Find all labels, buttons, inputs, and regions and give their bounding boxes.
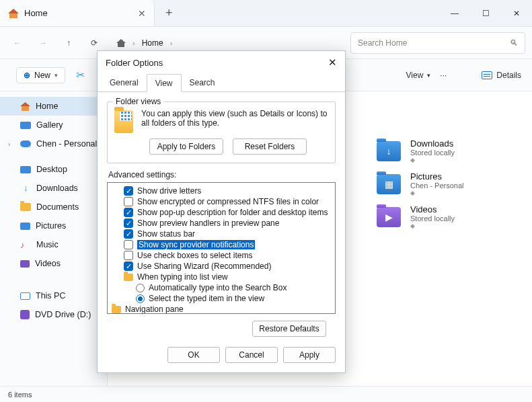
tab-title: Home <box>24 8 132 18</box>
search-input[interactable]: Search Home 🔍︎ <box>350 32 525 54</box>
minimize-button[interactable]: — <box>439 0 470 26</box>
checkbox-icon[interactable]: ✓ <box>124 186 133 196</box>
view-dropdown[interactable]: View▾ <box>406 71 431 80</box>
tab-close-button[interactable]: ✕ <box>138 8 146 19</box>
sidebar-item-downloads[interactable]: ↓Downloads <box>0 179 107 198</box>
advanced-settings-tree[interactable]: ✓Show drive letters Show encrypted or co… <box>107 182 336 314</box>
window-close-button[interactable]: ✕ <box>501 0 532 26</box>
sidebar-item-pictures[interactable]: Pictures <box>0 216 107 235</box>
details-icon <box>482 71 492 79</box>
dialog-tabs: General View Search <box>98 74 345 92</box>
sidebar-item-gallery[interactable]: Gallery <box>0 116 107 134</box>
pictures-icon <box>20 223 30 230</box>
checkbox-icon[interactable] <box>124 240 133 249</box>
breadcrumb-item[interactable]: Home <box>142 38 163 48</box>
tab-search[interactable]: Search <box>182 74 223 91</box>
option-popup-desc[interactable]: ✓Show pop-up description for folder and … <box>112 207 331 218</box>
back-button[interactable]: ← <box>7 32 28 54</box>
checkbox-icon[interactable]: ✓ <box>124 229 133 239</box>
option-sync-notifications[interactable]: Show sync provider notifications <box>112 239 331 250</box>
folder-views-icon <box>114 110 133 133</box>
option-ntfs-color[interactable]: Show encrypted or compressed NTFS files … <box>112 196 331 207</box>
details-toggle[interactable]: Details <box>482 71 521 80</box>
chevron-down-icon: ▾ <box>427 72 430 79</box>
folder-views-group: Folder views You can apply this view (su… <box>107 102 336 163</box>
gallery-icon <box>20 122 31 129</box>
chevron-icon: › <box>132 39 135 47</box>
pc-icon <box>20 292 30 300</box>
home-icon <box>8 9 19 18</box>
item-count: 6 items <box>8 391 32 399</box>
statusbar: 6 items <box>0 386 532 402</box>
option-drive-letters[interactable]: ✓Show drive letters <box>112 186 331 196</box>
folder-options-dialog: Folder Options ✕ General View Search Fol… <box>97 50 346 373</box>
ok-button[interactable]: OK <box>167 347 220 363</box>
home-icon <box>116 39 126 47</box>
sidebar-item-videos[interactable]: Videos <box>0 254 107 273</box>
sidebar-item-home[interactable]: Home <box>0 97 107 116</box>
folder-icon <box>124 274 133 281</box>
sidebar-item-dvd[interactable]: DVD Drive (D:) <box>0 305 107 324</box>
option-checkboxes[interactable]: Use check boxes to select items <box>112 250 331 261</box>
cloud-icon <box>20 140 31 147</box>
browser-tab[interactable]: Home ✕ <box>0 0 155 26</box>
pin-icon: ◆ <box>410 223 455 229</box>
sidebar-item-personal[interactable]: ›Chen - Personal <box>0 134 107 153</box>
option-status-bar[interactable]: ✓Show status bar <box>112 229 331 239</box>
titlebar: Home ✕ + — ☐ ✕ <box>0 0 532 27</box>
sidebar: Home Gallery ›Chen - Personal Desktop ↓D… <box>0 91 108 386</box>
checkbox-icon[interactable] <box>124 251 133 260</box>
desktop-icon <box>20 166 31 173</box>
option-preview-handlers[interactable]: ✓Show preview handlers in preview pane <box>112 218 331 229</box>
option-sharing-wizard[interactable]: ✓Use Sharing Wizard (Recommended) <box>112 261 331 272</box>
dialog-title: Folder Options <box>106 58 163 68</box>
forward-button[interactable]: → <box>32 32 54 54</box>
more-button[interactable]: ··· <box>440 71 447 80</box>
apply-button[interactable]: Apply <box>283 347 336 363</box>
folder-icon: ▶ <box>377 207 401 227</box>
pin-icon: ◆ <box>410 190 464 196</box>
chevron-icon: › <box>170 39 173 47</box>
download-icon: ↓ <box>20 184 31 192</box>
sidebar-item-thispc[interactable]: This PC <box>0 286 107 305</box>
folder-views-text: You can apply this view (such as Details… <box>141 109 328 133</box>
option-group-typing[interactable]: When typing into list view <box>112 272 331 282</box>
sidebar-item-music[interactable]: ♪Music <box>0 235 107 254</box>
cancel-button[interactable]: Cancel <box>225 347 278 363</box>
radio-icon[interactable] <box>136 294 145 303</box>
option-select-typed[interactable]: Select the typed item in the view <box>112 293 331 304</box>
apply-to-folders-button[interactable]: Apply to Folders <box>149 138 223 155</box>
folder-icon: ▦ <box>377 174 401 194</box>
restore-defaults-button[interactable]: Restore Defaults <box>252 321 326 337</box>
new-tab-button[interactable]: + <box>155 0 184 26</box>
pin-icon: ◆ <box>410 157 455 163</box>
reset-folders-button[interactable]: Reset Folders <box>233 138 307 155</box>
search-placeholder: Search Home <box>358 38 407 48</box>
option-group-navpane[interactable]: Navigation pane <box>112 304 331 314</box>
checkbox-icon[interactable]: ✓ <box>124 262 133 271</box>
sidebar-item-documents[interactable]: Documents <box>0 198 107 216</box>
checkbox-icon[interactable]: ✓ <box>124 208 133 217</box>
radio-icon[interactable] <box>136 284 145 292</box>
sidebar-item-desktop[interactable]: Desktop <box>0 160 107 179</box>
up-button[interactable]: ↑ <box>58 32 79 54</box>
search-icon: 🔍︎ <box>510 38 518 48</box>
disc-icon <box>20 310 30 319</box>
plus-icon: ⊕ <box>24 71 30 80</box>
checkbox-icon[interactable] <box>124 197 133 206</box>
tab-general[interactable]: General <box>102 74 147 91</box>
new-button[interactable]: ⊕ New ▾ <box>16 67 65 83</box>
home-icon <box>20 102 30 111</box>
dialog-close-button[interactable]: ✕ <box>328 56 337 69</box>
video-icon <box>20 260 30 268</box>
maximize-button[interactable]: ☐ <box>470 0 501 26</box>
advanced-settings-label: Advanced settings: <box>108 170 336 179</box>
checkbox-icon[interactable]: ✓ <box>124 218 133 228</box>
option-auto-search[interactable]: Automatically type into the Search Box <box>112 282 331 293</box>
tab-view[interactable]: View <box>147 74 182 92</box>
folder-icon <box>112 306 121 313</box>
chevron-down-icon: ▾ <box>54 72 58 79</box>
music-icon: ♪ <box>20 240 31 250</box>
cut-icon[interactable]: ✂ <box>76 69 85 81</box>
folder-icon <box>20 203 31 211</box>
